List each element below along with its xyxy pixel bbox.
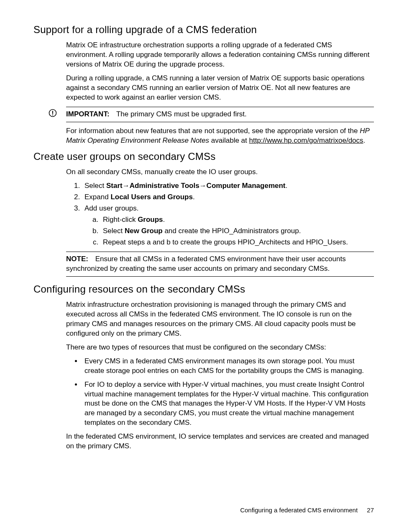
heading-configuring-resources: Configuring resources on the secondary C… — [33, 283, 374, 296]
bullet-item: For IO to deploy a service with Hyper-V … — [82, 380, 374, 428]
note-callout: NOTE: Ensure that all CMSs in a federate… — [66, 252, 374, 277]
step-item: Expand Local Users and Groups. — [82, 193, 374, 202]
bullet-item: Every CMS in a federated CMS environment… — [82, 357, 374, 376]
substep-item: Right-click Groups. — [100, 215, 374, 225]
paragraph: On all secondary CMSs, manually create t… — [66, 167, 374, 177]
substep-item: Select New Group and create the HPIO_Adm… — [100, 226, 374, 236]
section-create-user-groups-body: On all secondary CMSs, manually create t… — [66, 167, 374, 276]
docs-link[interactable]: http://www.hp.com/go/matrixoe/docs — [249, 136, 363, 144]
footer-title: Configuring a federated CMS environment — [240, 506, 358, 514]
paragraph: Matrix infrastructure orchestration prov… — [66, 300, 374, 339]
important-text: The primary CMS must be upgraded first. — [116, 110, 247, 118]
paragraph: During a rolling upgrade, a CMS running … — [66, 74, 374, 103]
svg-rect-2 — [52, 115, 53, 116]
page-footer: Configuring a federated CMS environment … — [240, 506, 374, 514]
note-text: Ensure that all CMSs in a federated CMS … — [66, 255, 346, 272]
step-item: Add user groups. Right-click Groups. Sel… — [82, 204, 374, 247]
bullet-list: Every CMS in a federated CMS environment… — [66, 357, 374, 428]
paragraph: For information about new features that … — [66, 126, 374, 146]
steps-list: Select Start→Administrative Tools→Comput… — [66, 181, 374, 247]
heading-rolling-upgrade: Support for a rolling upgrade of a CMS f… — [33, 23, 374, 36]
section-configuring-resources-body: Matrix infrastructure orchestration prov… — [66, 300, 374, 451]
section-rolling-upgrade-body: Matrix OE infrastructure orchestration s… — [66, 41, 374, 145]
substep-item: Repeat steps a and b to create the group… — [100, 238, 374, 247]
substeps-list: Right-click Groups. Select New Group and… — [84, 215, 374, 247]
svg-rect-1 — [52, 111, 53, 114]
heading-create-user-groups: Create user groups on secondary CMSs — [33, 150, 374, 163]
note-label: NOTE: — [66, 255, 88, 263]
paragraph: In the federated CMS environment, IO ser… — [66, 432, 374, 451]
important-label: IMPORTANT: — [66, 110, 110, 118]
page: Support for a rolling upgrade of a CMS f… — [0, 0, 399, 532]
important-callout: IMPORTANT: The primary CMS must be upgra… — [66, 107, 374, 122]
paragraph: There are two types of resources that mu… — [66, 343, 374, 352]
footer-page-number: 27 — [367, 506, 374, 514]
paragraph: Matrix OE infrastructure orchestration s… — [66, 41, 374, 69]
important-icon — [49, 109, 57, 117]
step-item: Select Start→Administrative Tools→Comput… — [82, 181, 374, 191]
